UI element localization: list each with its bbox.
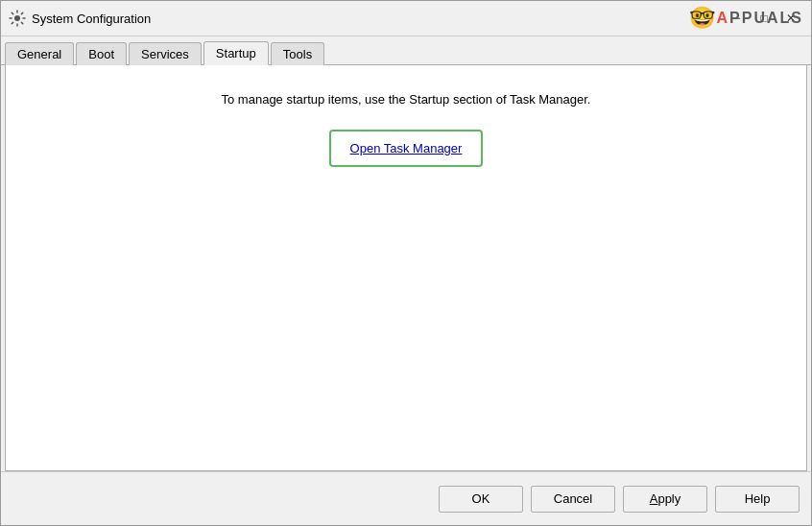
open-task-manager-button[interactable]: Open Task Manager [343, 137, 470, 159]
appuals-text: APPUALS [717, 10, 803, 27]
open-task-manager-highlight: Open Task Manager [329, 130, 484, 167]
mascot-icon: 🤓 [689, 6, 715, 31]
startup-message: To manage startup items, use the Startup… [222, 92, 591, 107]
tab-services[interactable]: Services [129, 42, 202, 65]
tab-boot[interactable]: Boot [76, 42, 127, 65]
tab-general[interactable]: General [5, 42, 74, 65]
cancel-button[interactable]: Cancel [531, 486, 615, 513]
title-bar-left: System Configuration [9, 10, 151, 27]
tab-startup[interactable]: Startup [203, 41, 269, 65]
appuals-watermark: 🤓 APPUALS [689, 6, 803, 31]
system-configuration-window: System Configuration 🤓 APPUALS − □ ✕ Gen… [0, 0, 812, 526]
gear-icon [9, 10, 26, 27]
tab-bar: General Boot Services Startup Tools [1, 36, 811, 65]
tab-tools[interactable]: Tools [271, 42, 324, 65]
apply-button[interactable]: Apply [623, 486, 707, 513]
footer: OK Cancel Apply Help [1, 471, 811, 525]
ok-button[interactable]: OK [439, 486, 523, 513]
title-bar: System Configuration 🤓 APPUALS − □ ✕ [1, 1, 811, 36]
help-button[interactable]: Help [715, 486, 800, 513]
window-title: System Configuration [32, 12, 151, 26]
svg-point-0 [14, 15, 20, 21]
content-area: To manage startup items, use the Startup… [5, 65, 807, 471]
